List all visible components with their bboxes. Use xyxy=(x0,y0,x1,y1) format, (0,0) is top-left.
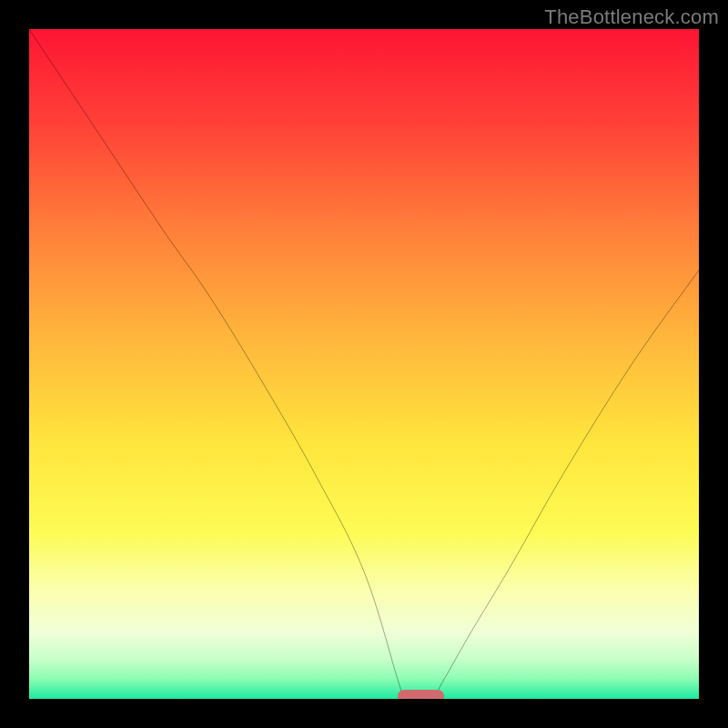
optimal-range-marker xyxy=(398,690,445,699)
chart-frame: TheBottleneck.com xyxy=(0,0,728,728)
plot-area xyxy=(29,29,699,699)
bottleneck-curve xyxy=(29,29,699,699)
watermark-text: TheBottleneck.com xyxy=(544,5,719,29)
